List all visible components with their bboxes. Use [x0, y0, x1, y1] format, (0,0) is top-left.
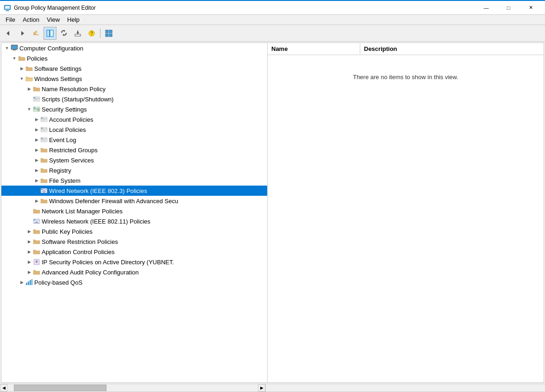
tree-label-system-services: System Services: [49, 157, 265, 164]
tree-expand-registry[interactable]: [33, 167, 40, 174]
maximize-button[interactable]: □: [498, 1, 519, 15]
tree-label-computer-config: Computer Configuration: [19, 45, 265, 52]
svg-rect-69: [31, 279, 32, 285]
tree-item-local-policies[interactable]: Local Policies: [1, 124, 267, 135]
tree-expand-public-key[interactable]: [25, 228, 33, 235]
svg-rect-25: [13, 50, 16, 50]
tree-item-security-settings[interactable]: Security Settings: [1, 104, 267, 114]
svg-rect-31: [34, 99, 39, 99]
tree-item-software-settings[interactable]: Software Settings: [1, 63, 267, 74]
back-button[interactable]: [2, 27, 15, 40]
tree-expand-windows-firewall[interactable]: [33, 197, 40, 205]
tree-item-registry[interactable]: Registry: [1, 165, 267, 175]
tree-icon-file-system: [40, 177, 48, 184]
title-controls: — □ ✕: [476, 1, 541, 15]
tree-expand-ip-security[interactable]: [25, 258, 33, 266]
tree-icon-windows-firewall: [40, 197, 48, 205]
svg-rect-66: [26, 283, 27, 285]
scroll-left-arrow[interactable]: ◀: [0, 384, 7, 392]
tree-item-wired-network[interactable]: Wired Network (IEEE 802.3) Policies: [1, 186, 267, 196]
svg-rect-43: [41, 120, 45, 120]
right-panel: Name Description There are no items to s…: [268, 43, 544, 382]
tree-item-windows-firewall[interactable]: Windows Defender Firewall with Advanced …: [1, 196, 267, 206]
menu-view[interactable]: View: [43, 15, 63, 24]
tree-expand-file-system[interactable]: [33, 177, 40, 184]
tree-expand-policies[interactable]: [11, 55, 18, 62]
forward-button[interactable]: [16, 27, 29, 40]
svg-rect-67: [28, 281, 29, 285]
tree-expand-account-policies[interactable]: [33, 116, 40, 123]
tree-item-app-control[interactable]: Application Control Policies: [1, 247, 267, 257]
tree-icon-software-settings: [25, 65, 33, 72]
tree-expand-software-settings[interactable]: [18, 65, 25, 72]
tree-item-restricted-groups[interactable]: Restricted Groups: [1, 145, 267, 155]
tree-item-file-system[interactable]: File System: [1, 175, 267, 186]
tree-icon-security-settings: [33, 106, 40, 113]
tree-item-policies[interactable]: Policies: [1, 53, 267, 63]
show-hide-button[interactable]: [44, 27, 56, 40]
tree-item-ip-security[interactable]: IP Security Policies on Active Directory…: [1, 257, 267, 267]
tree-item-event-log[interactable]: Event Log: [1, 135, 267, 145]
export-button[interactable]: [71, 27, 84, 40]
menu-help[interactable]: Help: [63, 15, 83, 24]
help-button[interactable]: ?: [85, 27, 98, 40]
toolbar: ?: [0, 25, 545, 42]
svg-rect-30: [34, 97, 35, 98]
menu-bar: File Action View Help: [0, 15, 545, 25]
tree-item-system-services[interactable]: System Services: [1, 155, 267, 165]
tree-item-computer-config[interactable]: Computer Configuration: [1, 43, 267, 53]
tree-expand-computer-config[interactable]: [3, 44, 11, 52]
tree-panel[interactable]: Computer Configuration Policies Software…: [1, 43, 268, 382]
scroll-thumb[interactable]: [14, 385, 106, 391]
tree-item-scripts[interactable]: Scripts (Startup/Shutdown): [1, 94, 267, 104]
tree-label-account-policies: Account Policies: [49, 116, 265, 123]
up-button[interactable]: [30, 27, 43, 40]
tree-item-audit-policy[interactable]: Advanced Audit Policy Configuration: [1, 267, 267, 277]
tree-expand-name-resolution[interactable]: [25, 85, 33, 93]
tree-expand-wired-network[interactable]: [33, 187, 40, 194]
tree-item-wireless-network[interactable]: Wireless Network (IEEE 802.11) Policies: [1, 216, 267, 226]
menu-action[interactable]: Action: [19, 15, 43, 24]
tree-expand-network-list[interactable]: [25, 207, 33, 215]
svg-rect-21: [106, 34, 108, 37]
tree-expand-scripts[interactable]: [25, 95, 33, 103]
horizontal-scrollbar[interactable]: ◀ ▶: [0, 384, 266, 392]
tree-expand-software-restriction[interactable]: [25, 238, 33, 245]
svg-rect-48: [41, 130, 45, 131]
tree-label-audit-policy: Advanced Audit Policy Configuration: [42, 269, 265, 276]
close-button[interactable]: ✕: [520, 1, 541, 15]
tree-expand-system-services[interactable]: [33, 156, 40, 164]
tree-icon-policies: [18, 55, 25, 62]
tree-expand-event-log[interactable]: [33, 136, 40, 143]
tree-expand-security-settings[interactable]: [25, 106, 33, 113]
tree-label-windows-firewall: Windows Defender Firewall with Advanced …: [49, 198, 265, 205]
scroll-right-arrow[interactable]: ▶: [258, 384, 265, 392]
tree-item-windows-settings[interactable]: Windows Settings: [1, 74, 267, 84]
tree-item-software-restriction[interactable]: Software Restriction Policies: [1, 236, 267, 247]
tree-expand-policy-qos[interactable]: [18, 279, 25, 286]
tree-item-network-list[interactable]: Network List Manager Policies: [1, 206, 267, 216]
svg-marker-13: [63, 34, 64, 36]
tree-label-local-policies: Local Policies: [49, 126, 265, 133]
menu-file[interactable]: File: [2, 15, 19, 24]
tree-expand-local-policies[interactable]: [33, 126, 40, 133]
svg-rect-42: [41, 119, 47, 119]
tree-expand-app-control[interactable]: [25, 248, 33, 255]
refresh-button[interactable]: [57, 27, 70, 40]
tree-icon-wired-network: [40, 187, 48, 194]
tree-expand-restricted-groups[interactable]: [33, 146, 40, 154]
tree-icon-scripts: [33, 95, 40, 103]
tree-expand-audit-policy[interactable]: [25, 268, 33, 276]
tree-expand-wireless-network[interactable]: [25, 218, 33, 225]
tree-item-public-key[interactable]: Public Key Policies: [1, 226, 267, 236]
tree-icon-policy-qos: [25, 279, 33, 286]
tree-icon-network-list: [33, 207, 40, 215]
tree-item-name-resolution[interactable]: Name Resolution Policy: [1, 84, 267, 94]
svg-rect-38: [38, 109, 39, 111]
column-headers: Name Description: [268, 43, 544, 55]
view-button[interactable]: [102, 27, 115, 40]
tree-expand-windows-settings[interactable]: [18, 75, 25, 82]
tree-item-policy-qos[interactable]: Policy-based QoS: [1, 277, 267, 287]
minimize-button[interactable]: —: [476, 1, 497, 15]
tree-item-account-policies[interactable]: Account Policies: [1, 114, 267, 124]
